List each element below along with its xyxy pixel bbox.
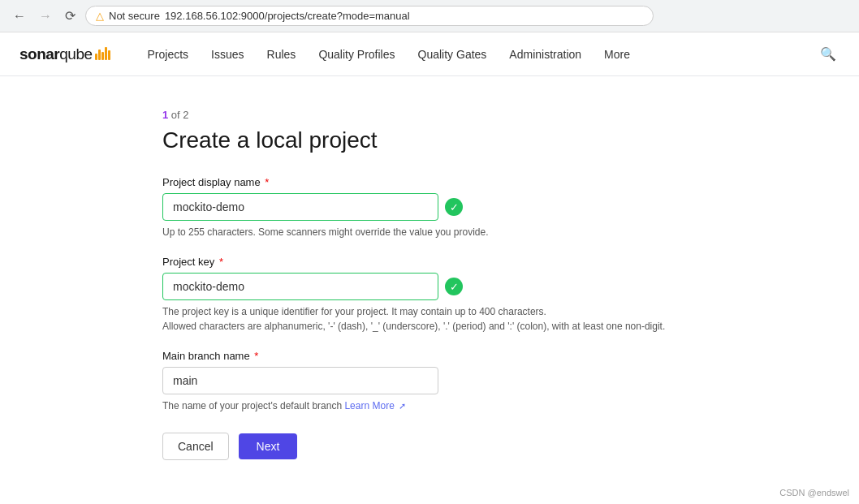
nav-quality-profiles[interactable]: Quality Profiles [307, 32, 406, 76]
logo-text: sonarqube [19, 45, 93, 63]
display-name-input-wrapper: ✓ [162, 193, 697, 221]
back-button[interactable]: ← [10, 7, 29, 25]
step-current: 1 [162, 109, 168, 121]
watermark: CSDN @endswel [779, 488, 849, 498]
external-link-icon: ➚ [399, 401, 406, 411]
step-total: 2 [183, 109, 188, 121]
nav-more[interactable]: More [593, 32, 641, 76]
address-bar[interactable]: △ Not secure 192.168.56.102:9000/project… [85, 6, 654, 26]
branch-name-group: Main branch name * The name of your proj… [162, 350, 697, 413]
project-key-input[interactable] [162, 273, 438, 300]
action-buttons: Cancel Next [162, 433, 697, 460]
display-name-required: * [265, 176, 269, 188]
step-separator: of [171, 109, 183, 121]
not-secure-icon: △ [96, 10, 104, 22]
display-name-input[interactable] [162, 193, 438, 221]
nav-projects[interactable]: Projects [136, 32, 201, 76]
branch-name-required: * [254, 350, 258, 362]
logo-waves [95, 47, 110, 60]
forward-button[interactable]: → [36, 7, 55, 25]
not-secure-label: Not secure [109, 10, 160, 22]
branch-name-input-wrapper [162, 367, 697, 394]
display-name-hint: Up to 255 characters. Some scanners migh… [162, 225, 682, 239]
display-name-valid-icon: ✓ [445, 198, 463, 216]
project-key-required: * [219, 256, 223, 268]
branch-name-label: Main branch name * [162, 350, 697, 362]
next-button[interactable]: Next [239, 433, 298, 459]
cancel-button[interactable]: Cancel [162, 433, 229, 460]
display-name-label: Project display name * [162, 176, 697, 188]
main-content: 1 of 2 Create a local project Project di… [0, 76, 859, 504]
nav-issues[interactable]: Issues [200, 32, 255, 76]
step-indicator: 1 of 2 [162, 109, 697, 121]
nav-rules[interactable]: Rules [256, 32, 308, 76]
top-nav: sonarqube Projects Issues Rules Quality … [0, 32, 859, 76]
nav-quality-gates[interactable]: Quality Gates [407, 32, 499, 76]
project-key-label: Project key * [162, 256, 697, 268]
learn-more-link[interactable]: Learn More ➚ [344, 400, 406, 411]
browser-chrome: ← → ⟳ △ Not secure 192.168.56.102:9000/p… [0, 0, 859, 32]
branch-name-hint: The name of your project's default branc… [162, 398, 682, 413]
nav-links: Projects Issues Rules Quality Profiles Q… [136, 32, 810, 76]
nav-administration[interactable]: Administration [498, 32, 593, 76]
project-key-hint: The project key is a unique identifier f… [162, 304, 674, 334]
url-text: 192.168.56.102:9000/projects/create?mode… [165, 10, 410, 22]
project-key-group: Project key * ✓ The project key is a uni… [162, 256, 697, 334]
reload-button[interactable]: ⟳ [62, 6, 79, 25]
logo[interactable]: sonarqube [19, 45, 110, 63]
project-key-valid-icon: ✓ [445, 278, 463, 295]
branch-name-input[interactable] [162, 367, 438, 394]
page-title: Create a local project [162, 127, 697, 153]
project-key-input-wrapper: ✓ [162, 273, 697, 300]
search-button[interactable]: 🔍 [817, 43, 840, 65]
display-name-group: Project display name * ✓ Up to 255 chara… [162, 176, 697, 239]
